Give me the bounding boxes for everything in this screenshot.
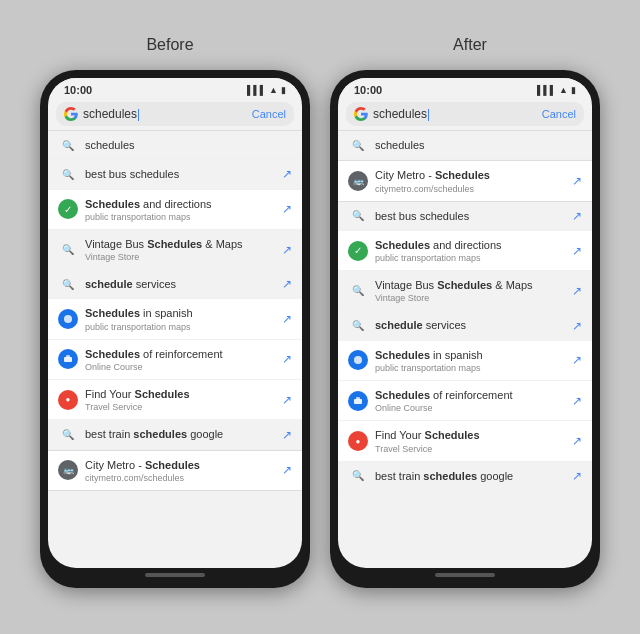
suggestion-main-text: Schedules in spanish [375,348,565,362]
suggestion-content: Schedules and directionspublic transport… [85,197,275,222]
after-search-bar[interactable]: schedules Cancel [346,102,584,126]
list-item[interactable]: Schedules in spanishpublic transportatio… [338,341,592,381]
before-phone: 10:00 ▌▌▌ ▲ ▮ schedules Cancel 🔍 [40,70,310,588]
before-search-bar[interactable]: schedules Cancel [56,102,294,126]
battery-icon: ▮ [281,85,286,95]
list-item[interactable]: 🔍best train schedules google↗ [48,420,302,449]
google-logo [354,107,368,121]
list-item[interactable]: ●Find Your SchedulesTravel Service↗ [48,380,302,420]
google-logo [64,107,78,121]
list-item[interactable]: Schedules of reinforcementOnline Course↗ [338,381,592,421]
suggestion-content: Find Your SchedulesTravel Service [375,428,565,453]
before-status-time: 10:00 [64,84,92,96]
suggestion-sub-text: public transportation maps [375,363,565,373]
after-label: After [340,36,600,54]
suggestion-main-text: best bus schedules [375,209,565,223]
suggestion-content: Schedules in spanishpublic transportatio… [375,348,565,373]
arrow-icon: ↗ [282,428,292,442]
list-item[interactable]: 🔍schedules [48,131,302,160]
list-item[interactable]: 🔍schedules [338,131,592,160]
search-icon: 🔍 [348,210,368,221]
suggestion-content: Schedules and directionspublic transport… [375,238,565,263]
arrow-icon: ↗ [282,393,292,407]
list-item[interactable]: 🔍schedule services↗ [48,270,302,299]
list-item[interactable]: ✓Schedules and directionspublic transpor… [48,190,302,230]
after-cancel-btn[interactable]: Cancel [542,108,576,120]
green-circle-icon: ✓ [58,199,78,219]
signal-icon: ▌▌▌ [537,85,556,95]
svg-point-0 [64,315,72,323]
suggestion-sub-text: citymetro.com/schedules [85,473,275,483]
before-cancel-btn[interactable]: Cancel [252,108,286,120]
blue-circle-icon [58,309,78,329]
list-item[interactable]: 🔍best train schedules google↗ [338,462,592,491]
list-item[interactable]: Schedules of reinforcementOnline Course↗ [48,340,302,380]
after-status-icons: ▌▌▌ ▲ ▮ [537,85,576,95]
arrow-icon: ↗ [572,353,582,367]
suggestion-main-text: Schedules in spanish [85,306,275,320]
before-search-text: schedules [83,107,243,121]
arrow-icon: ↗ [572,469,582,483]
suggestion-sub-text: Vintage Store [375,293,565,303]
red-location-icon: ● [348,431,368,451]
arrow-icon: ↗ [572,319,582,333]
suggestion-main-text: Schedules of reinforcement [375,388,565,402]
after-phone: 10:00 ▌▌▌ ▲ ▮ schedules Cancel 🔍 [330,70,600,588]
before-screen: 10:00 ▌▌▌ ▲ ▮ schedules Cancel 🔍 [48,78,302,568]
after-suggestions-list: 🔍schedules🚌City Metro - Schedulescitymet… [338,131,592,491]
suggestion-main-text: schedule services [85,277,275,291]
suggestion-content: Schedules of reinforcementOnline Course [375,388,565,413]
suggestion-main-text: Schedules and directions [375,238,565,252]
before-label: Before [40,36,300,54]
blue-circle-icon [348,350,368,370]
suggestion-main-text: Vintage Bus Schedules & Maps [375,278,565,292]
list-item[interactable]: 🔍best bus schedules↗ [48,160,302,189]
list-item[interactable]: ●Find Your SchedulesTravel Service↗ [338,421,592,461]
arrow-icon: ↗ [282,463,292,477]
arrow-icon: ↗ [282,277,292,291]
arrow-icon: ↗ [572,284,582,298]
suggestion-sub-text: citymetro.com/schedules [375,184,565,194]
list-item[interactable]: 🚌City Metro - Schedulescitymetro.com/sch… [48,450,302,491]
suggestion-main-text: best train schedules google [85,427,275,441]
suggestion-sub-text: Online Course [375,403,565,413]
list-item[interactable]: 🔍Vintage Bus Schedules & MapsVintage Sto… [48,230,302,270]
list-item[interactable]: 🔍Vintage Bus Schedules & MapsVintage Sto… [338,271,592,311]
list-item[interactable]: 🔍schedule services↗ [338,311,592,340]
suggestion-sub-text: Vintage Store [85,252,275,262]
after-status-bar: 10:00 ▌▌▌ ▲ ▮ [338,78,592,100]
red-location-icon: ● [58,390,78,410]
arrow-icon: ↗ [572,244,582,258]
suggestion-sub-text: public transportation maps [375,253,565,263]
suggestion-content: schedule services [375,318,565,332]
train-icon: 🚌 [58,460,78,480]
green-circle-icon: ✓ [348,241,368,261]
before-suggestions-list: 🔍schedules🔍best bus schedules↗✓Schedules… [48,131,302,491]
suggestion-content: City Metro - Schedulescitymetro.com/sche… [375,168,565,193]
before-status-bar: 10:00 ▌▌▌ ▲ ▮ [48,78,302,100]
blue2-circle-icon [348,391,368,411]
suggestion-content: City Metro - Schedulescitymetro.com/sche… [85,458,275,483]
svg-rect-2 [66,355,70,358]
suggestion-main-text: best train schedules google [375,469,565,483]
suggestion-main-text: Schedules and directions [85,197,275,211]
list-item[interactable]: 🚌City Metro - Schedulescitymetro.com/sch… [338,160,592,201]
suggestion-main-text: schedules [85,138,292,152]
arrow-icon: ↗ [572,434,582,448]
arrow-icon: ↗ [282,352,292,366]
suggestion-sub-text: Travel Service [375,444,565,454]
comparison-container: 10:00 ▌▌▌ ▲ ▮ schedules Cancel 🔍 [20,60,620,598]
arrow-icon: ↗ [572,209,582,223]
before-home-bar [145,573,205,577]
suggestion-main-text: Find Your Schedules [85,387,275,401]
suggestion-main-text: City Metro - Schedules [375,168,565,182]
list-item[interactable]: Schedules in spanishpublic transportatio… [48,299,302,339]
list-item[interactable]: ✓Schedules and directionspublic transpor… [338,231,592,271]
svg-point-3 [354,356,362,364]
list-item[interactable]: 🔍best bus schedules↗ [338,202,592,231]
blue2-circle-icon [58,349,78,369]
suggestion-content: Schedules of reinforcementOnline Course [85,347,275,372]
suggestion-content: Vintage Bus Schedules & MapsVintage Stor… [85,237,275,262]
suggestion-main-text: Find Your Schedules [375,428,565,442]
train-icon: 🚌 [348,171,368,191]
